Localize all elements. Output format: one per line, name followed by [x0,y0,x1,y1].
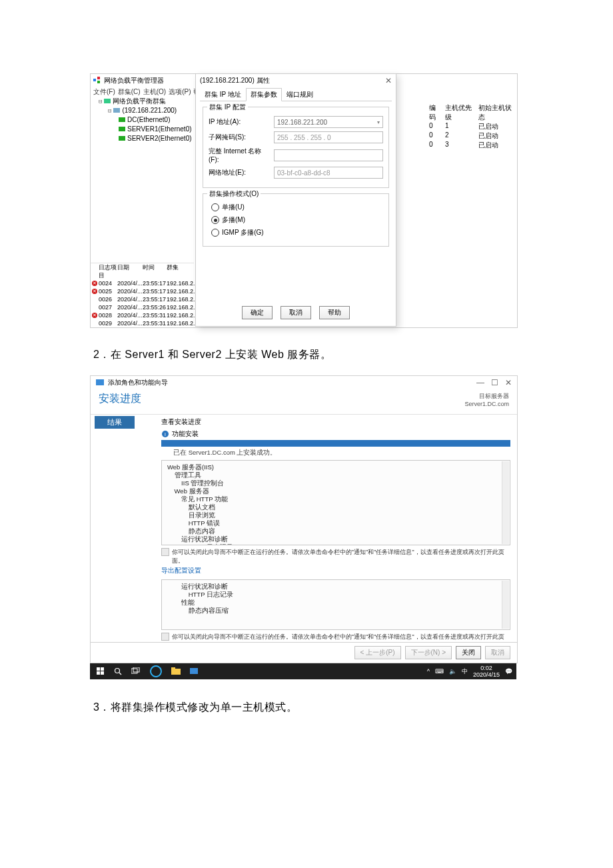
help-button[interactable]: 帮助 [319,306,350,319]
action-center-icon[interactable]: 💬 [505,668,512,675]
host-row[interactable]: 0 3 已启动 [429,141,516,150]
mac-input[interactable]: 03-bf-c0-a8-dd-c8 [274,167,383,179]
expander-icon[interactable]: ⊟ [108,106,111,115]
tray-caret-icon[interactable]: ^ [427,668,430,675]
features-list-box[interactable]: Web 服务器(IIS) 管理工具 IIS 管理控制台 Web 服务器 常见 H… [161,460,510,545]
flag-icon [161,633,169,641]
tray-volume-icon[interactable]: 🔈 [449,668,456,675]
svg-rect-20 [171,667,175,669]
log-row[interactable]: ✕00242020/4/...23:55:17192.168.2... [91,279,194,287]
svg-rect-4 [113,108,120,113]
radio-icon[interactable] [211,216,219,224]
close-icon[interactable]: ✕ [385,76,392,85]
tab-cluster-params[interactable]: 群集参数 [246,88,282,101]
radio-unicast[interactable]: 单播(U) [211,203,383,212]
expander-icon[interactable]: ⊟ [99,97,102,106]
explorer-icon[interactable] [171,667,181,675]
tray-ime[interactable]: 中 [462,667,468,676]
log-row[interactable]: 00272020/4/...23:55:26192.168.2... [91,303,194,311]
svg-rect-18 [133,667,139,672]
chevron-down-icon[interactable]: ▾ [377,119,380,125]
scrollbar[interactable] [502,461,509,544]
dest-server-label: 目标服务器 [464,392,509,401]
close-icon[interactable]: ✕ [505,378,512,387]
svg-rect-11 [97,667,100,671]
taskbar: ^ ⌨ 🔈 中 0:02 2020/4/15 💬 [90,663,516,679]
group-mode-legend: 群集操作模式(O) [207,189,261,199]
info-icon: i [161,430,169,438]
tree-host-label: SERVER1(Ethernet0) [127,125,192,134]
next-button: 下一步(N) > [405,646,452,659]
svg-line-16 [119,673,121,675]
close-button[interactable]: 关闭 [456,646,481,659]
feature-install-label: 功能安装 [172,429,199,439]
sidebar-item-results[interactable]: 结果 [95,416,135,429]
radio-unicast-label: 单播(U) [222,203,245,212]
ok-button[interactable]: 确定 [242,306,273,319]
radio-multicast-label: 多播(M) [222,215,245,225]
menu-options[interactable]: 选项(P) [169,87,191,97]
wizard-icon [96,379,104,387]
host-row[interactable]: 0 1 已启动 [429,122,516,131]
ie-icon[interactable] [150,665,162,677]
tree-host[interactable]: DC(Ethernet0) [92,115,192,125]
clusters-icon [104,98,111,105]
features-text-short: 运行状况和诊断 HTTP 日志记录 性能 静态内容压缩 [167,583,233,614]
scrollbar[interactable] [502,581,509,629]
tree-cluster[interactable]: ⊟ (192.168.221.200) [92,106,192,115]
log-row[interactable]: ✕00282020/4/...23:55:31192.168.2... [91,311,194,319]
cluster-icon [113,107,120,114]
error-icon: ✕ [92,289,97,294]
tree-host[interactable]: SERVER1(Ethernet0) [92,125,192,134]
success-message: 已在 Server1.DC.com 上安装成功。 [173,449,510,457]
menu-cluster[interactable]: 群集(C) [118,87,141,97]
note-text: 你可以关闭此向导而不中断正在运行的任务。请依次单击命令栏中的"通知"和"任务详细… [172,633,510,641]
cluster-tree: ⊟ 网络负载平衡群集 ⊟ (192.168.221.200) DC(Ethern… [92,97,192,143]
log-row[interactable]: 00262020/4/...23:55:17192.168.2... [91,295,194,303]
tab-port-rules[interactable]: 端口规则 [282,88,318,101]
server-manager-icon[interactable] [190,667,198,675]
start-button[interactable] [97,667,105,675]
dialog-title: (192.168.221.200) 属性 [200,76,270,85]
host-icon [119,126,125,133]
tree-root[interactable]: ⊟ 网络负载平衡群集 [92,97,192,106]
host-table: 编码 主机优先级 初始主机状态 0 1 已启动 0 2 已启动 0 3 [429,103,516,150]
app-icon [93,77,101,85]
tree-host-label: SERVER2(Ethernet0) [127,134,192,143]
log-col-cluster: 群集 [167,263,192,279]
menu-host[interactable]: 主机(O) [143,87,166,97]
host-row[interactable]: 0 2 已启动 [429,131,516,141]
window-maximize-icon[interactable]: ☐ [491,378,498,387]
tree-host-label: DC(Ethernet0) [127,115,170,125]
radio-igmp[interactable]: IGMP 多播(G) [211,228,383,237]
mask-input[interactable]: 255 . 255 . 255 . 0 [274,131,383,143]
view-progress-label: 查看安装进度 [161,417,510,427]
prev-button: < 上一步(P) [354,646,401,659]
radio-icon[interactable] [211,203,219,211]
log-col-time: 时间 [143,263,167,279]
log-row[interactable]: ✕00252020/4/...23:55:17192.168.2... [91,287,194,295]
svg-rect-8 [96,379,104,385]
svg-rect-1 [97,77,100,79]
window-minimize-icon[interactable]: — [476,378,484,387]
cancel-button: 取消 [485,646,510,659]
log-row[interactable]: 00292020/4/...23:55:31192.168.2... [91,319,194,327]
search-icon[interactable] [114,667,122,675]
log-panel: 日志项目 日期 时间 群集 ✕00242020/4/...23:55:17192… [91,263,194,327]
menu-file[interactable]: 文件(F) [93,87,115,97]
radio-multicast[interactable]: 多播(M) [211,215,383,225]
svg-text:i: i [165,431,166,437]
radio-icon[interactable] [211,229,219,237]
ip-combo[interactable]: 192.168.221.200 ▾ [274,116,383,128]
fqdn-input[interactable] [274,149,383,161]
tab-cluster-ip[interactable]: 群集 IP 地址 [200,88,246,101]
flag-icon [161,548,169,556]
task-view-icon[interactable] [131,667,141,675]
export-config-link[interactable]: 导出配置设置 [161,567,510,575]
cancel-button[interactable]: 取消 [281,306,311,319]
tray-clock[interactable]: 0:02 2020/4/15 [473,665,500,678]
tree-host[interactable]: SERVER2(Ethernet0) [92,134,192,143]
tray-keyboard-icon[interactable]: ⌨ [435,668,444,675]
progress-bar [161,440,510,447]
features-list-box-dup[interactable]: 运行状况和诊断 HTTP 日志记录 性能 静态内容压缩 [161,579,510,630]
